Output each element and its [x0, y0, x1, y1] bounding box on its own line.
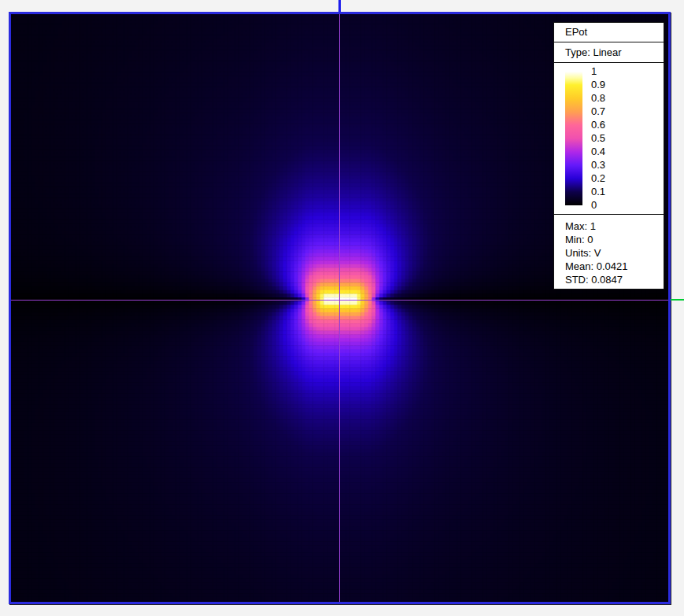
colorbar-tick-label: 0 — [591, 199, 597, 212]
slice-indicator-top-tick[interactable] — [338, 0, 341, 12]
colorbar-tick-label: 0.2 — [591, 172, 605, 185]
colorbar-tick-label: 0.9 — [591, 79, 605, 91]
crosshair-horizontal-line[interactable] — [11, 300, 668, 301]
stat-line: Max: 1 — [565, 219, 664, 233]
stat-line: Units: V — [565, 246, 664, 260]
colorbar-tick-label: 0.6 — [591, 119, 605, 131]
stat-line: Min: 0 — [565, 233, 664, 246]
legend-stats: Max: 1Min: 0Units: VMean: 0.0421STD: 0.0… — [554, 215, 664, 289]
slice-indicator-right-tick[interactable] — [671, 299, 684, 301]
stat-line: Mean: 0.0421 — [565, 260, 664, 273]
crosshair-vertical-line[interactable] — [339, 14, 340, 602]
colorbar-tick-label: 0.5 — [591, 132, 605, 145]
app-background: { "app": { "background": "#f3f3f3" }, "l… — [0, 0, 684, 616]
colorbar-tick-label: 0.4 — [591, 146, 605, 158]
colorbar-tick-label: 0.3 — [591, 159, 605, 172]
legend-scale-type: Type: Linear — [554, 42, 664, 63]
legend-title: EPot — [554, 23, 664, 42]
colorbar-tick-label: 0.7 — [591, 105, 605, 118]
colorbar-tick-label: 0.1 — [591, 186, 605, 198]
colorbar-tick-label: 0.8 — [591, 92, 605, 105]
colorbar-gradient — [565, 72, 582, 205]
colorbar-tick-label: 1 — [591, 65, 597, 78]
legend-panel: EPot Type: Linear 10.90.80.70.60.50.40.3… — [553, 22, 664, 290]
colorbar-section: 10.90.80.70.60.50.40.30.20.10 — [554, 63, 664, 215]
stat-line: STD: 0.0847 — [565, 273, 664, 286]
